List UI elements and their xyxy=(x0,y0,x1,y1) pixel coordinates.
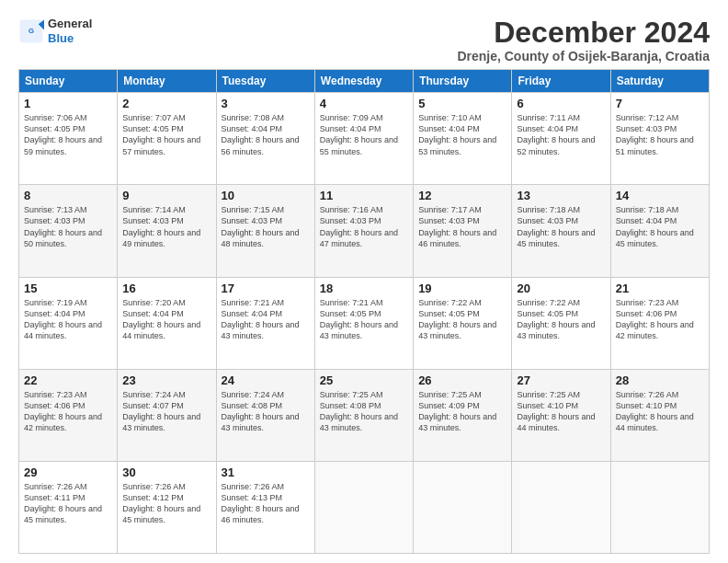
day-cell: 4Sunrise: 7:09 AM Sunset: 4:04 PM Daylig… xyxy=(314,93,413,185)
day-cell: 31Sunrise: 7:26 AM Sunset: 4:13 PM Dayli… xyxy=(216,461,314,553)
day-cell: 5Sunrise: 7:10 AM Sunset: 4:04 PM Daylig… xyxy=(414,93,512,185)
day-cell: 29Sunrise: 7:26 AM Sunset: 4:11 PM Dayli… xyxy=(19,461,118,553)
day-cell: 8Sunrise: 7:13 AM Sunset: 4:03 PM Daylig… xyxy=(19,185,118,277)
weekday-monday: Monday xyxy=(118,70,216,93)
day-cell: 7Sunrise: 7:12 AM Sunset: 4:03 PM Daylig… xyxy=(610,93,709,185)
day-number: 19 xyxy=(418,282,506,295)
day-cell: 30Sunrise: 7:26 AM Sunset: 4:12 PM Dayli… xyxy=(118,461,216,553)
day-cell: 2Sunrise: 7:07 AM Sunset: 4:05 PM Daylig… xyxy=(118,93,216,185)
day-cell xyxy=(314,461,413,553)
day-info: Sunrise: 7:21 AM Sunset: 4:05 PM Dayligh… xyxy=(320,297,408,342)
location-title: Drenje, County of Osijek-Baranja, Croati… xyxy=(457,49,710,63)
month-title: December 2024 xyxy=(457,17,710,49)
day-cell: 27Sunrise: 7:25 AM Sunset: 4:10 PM Dayli… xyxy=(512,369,610,461)
day-number: 7 xyxy=(616,97,704,110)
day-number: 6 xyxy=(517,97,605,110)
day-cell: 15Sunrise: 7:19 AM Sunset: 4:04 PM Dayli… xyxy=(19,277,118,369)
day-info: Sunrise: 7:26 AM Sunset: 4:11 PM Dayligh… xyxy=(24,481,112,526)
day-cell: 19Sunrise: 7:22 AM Sunset: 4:05 PM Dayli… xyxy=(414,277,512,369)
day-cell: 13Sunrise: 7:18 AM Sunset: 4:03 PM Dayli… xyxy=(512,185,610,277)
day-cell: 23Sunrise: 7:24 AM Sunset: 4:07 PM Dayli… xyxy=(118,369,216,461)
day-info: Sunrise: 7:26 AM Sunset: 4:13 PM Dayligh… xyxy=(222,481,310,526)
day-number: 27 xyxy=(517,373,605,387)
day-info: Sunrise: 7:15 AM Sunset: 4:03 PM Dayligh… xyxy=(222,204,310,249)
day-cell xyxy=(414,461,512,553)
day-number: 14 xyxy=(616,189,704,202)
day-cell: 26Sunrise: 7:25 AM Sunset: 4:09 PM Dayli… xyxy=(414,369,512,461)
day-info: Sunrise: 7:22 AM Sunset: 4:05 PM Dayligh… xyxy=(418,297,506,342)
day-number: 17 xyxy=(222,282,310,295)
day-number: 3 xyxy=(222,97,310,110)
day-number: 8 xyxy=(24,189,112,202)
logo-line1: General xyxy=(48,17,92,31)
weekday-saturday: Saturday xyxy=(610,70,709,93)
day-info: Sunrise: 7:11 AM Sunset: 4:04 PM Dayligh… xyxy=(517,112,605,157)
day-info: Sunrise: 7:14 AM Sunset: 4:03 PM Dayligh… xyxy=(122,204,210,249)
day-number: 28 xyxy=(616,373,704,387)
day-number: 20 xyxy=(517,282,605,295)
day-cell xyxy=(610,461,709,553)
calendar-table: SundayMondayTuesdayWednesdayThursdayFrid… xyxy=(18,69,710,554)
day-info: Sunrise: 7:17 AM Sunset: 4:03 PM Dayligh… xyxy=(418,204,506,249)
day-info: Sunrise: 7:24 AM Sunset: 4:08 PM Dayligh… xyxy=(222,389,310,434)
day-number: 22 xyxy=(24,373,112,387)
day-number: 24 xyxy=(222,373,310,387)
weekday-thursday: Thursday xyxy=(414,70,512,93)
day-cell: 1Sunrise: 7:06 AM Sunset: 4:05 PM Daylig… xyxy=(19,93,118,185)
day-number: 30 xyxy=(122,465,210,479)
day-number: 13 xyxy=(517,189,605,202)
day-info: Sunrise: 7:08 AM Sunset: 4:04 PM Dayligh… xyxy=(222,112,310,157)
day-cell: 12Sunrise: 7:17 AM Sunset: 4:03 PM Dayli… xyxy=(414,185,512,277)
day-info: Sunrise: 7:26 AM Sunset: 4:10 PM Dayligh… xyxy=(616,389,704,434)
week-row-1: 1Sunrise: 7:06 AM Sunset: 4:05 PM Daylig… xyxy=(19,93,710,185)
day-number: 12 xyxy=(418,189,506,202)
title-block: December 2024 Drenje, County of Osijek-B… xyxy=(457,17,710,63)
day-cell: 11Sunrise: 7:16 AM Sunset: 4:03 PM Dayli… xyxy=(314,185,413,277)
day-cell: 25Sunrise: 7:25 AM Sunset: 4:08 PM Dayli… xyxy=(314,369,413,461)
day-info: Sunrise: 7:25 AM Sunset: 4:08 PM Dayligh… xyxy=(320,389,408,434)
weekday-wednesday: Wednesday xyxy=(314,70,413,93)
day-number: 4 xyxy=(320,97,408,110)
day-info: Sunrise: 7:23 AM Sunset: 4:06 PM Dayligh… xyxy=(24,389,112,434)
day-info: Sunrise: 7:25 AM Sunset: 4:10 PM Dayligh… xyxy=(517,389,605,434)
weekday-tuesday: Tuesday xyxy=(216,70,314,93)
day-cell: 16Sunrise: 7:20 AM Sunset: 4:04 PM Dayli… xyxy=(118,277,216,369)
day-info: Sunrise: 7:26 AM Sunset: 4:12 PM Dayligh… xyxy=(122,481,210,526)
day-cell: 14Sunrise: 7:18 AM Sunset: 4:04 PM Dayli… xyxy=(610,185,709,277)
day-cell: 18Sunrise: 7:21 AM Sunset: 4:05 PM Dayli… xyxy=(314,277,413,369)
day-info: Sunrise: 7:09 AM Sunset: 4:04 PM Dayligh… xyxy=(320,112,408,157)
day-cell: 28Sunrise: 7:26 AM Sunset: 4:10 PM Dayli… xyxy=(610,369,709,461)
day-info: Sunrise: 7:10 AM Sunset: 4:04 PM Dayligh… xyxy=(418,112,506,157)
svg-text:G: G xyxy=(28,27,34,35)
day-number: 21 xyxy=(616,282,704,295)
day-info: Sunrise: 7:12 AM Sunset: 4:03 PM Dayligh… xyxy=(616,112,704,157)
day-number: 9 xyxy=(122,189,210,202)
calendar-page: G General Blue December 2024 Drenje, Cou… xyxy=(0,0,728,563)
day-cell: 17Sunrise: 7:21 AM Sunset: 4:04 PM Dayli… xyxy=(216,277,314,369)
week-row-2: 8Sunrise: 7:13 AM Sunset: 4:03 PM Daylig… xyxy=(19,185,710,277)
day-info: Sunrise: 7:24 AM Sunset: 4:07 PM Dayligh… xyxy=(122,389,210,434)
header: G General Blue December 2024 Drenje, Cou… xyxy=(18,17,710,63)
day-number: 18 xyxy=(320,282,408,295)
day-info: Sunrise: 7:21 AM Sunset: 4:04 PM Dayligh… xyxy=(222,297,310,342)
weekday-friday: Friday xyxy=(512,70,610,93)
day-info: Sunrise: 7:19 AM Sunset: 4:04 PM Dayligh… xyxy=(24,297,112,342)
weekday-sunday: Sunday xyxy=(19,70,118,93)
day-number: 31 xyxy=(222,465,310,479)
day-cell: 21Sunrise: 7:23 AM Sunset: 4:06 PM Dayli… xyxy=(610,277,709,369)
day-cell: 20Sunrise: 7:22 AM Sunset: 4:05 PM Dayli… xyxy=(512,277,610,369)
day-number: 15 xyxy=(24,282,112,295)
day-number: 5 xyxy=(418,97,506,110)
day-number: 11 xyxy=(320,189,408,202)
day-info: Sunrise: 7:06 AM Sunset: 4:05 PM Dayligh… xyxy=(24,112,112,157)
day-number: 23 xyxy=(122,373,210,387)
day-info: Sunrise: 7:13 AM Sunset: 4:03 PM Dayligh… xyxy=(24,204,112,249)
day-info: Sunrise: 7:22 AM Sunset: 4:05 PM Dayligh… xyxy=(517,297,605,342)
day-info: Sunrise: 7:23 AM Sunset: 4:06 PM Dayligh… xyxy=(616,297,704,342)
day-cell: 6Sunrise: 7:11 AM Sunset: 4:04 PM Daylig… xyxy=(512,93,610,185)
week-row-5: 29Sunrise: 7:26 AM Sunset: 4:11 PM Dayli… xyxy=(19,461,710,553)
day-number: 2 xyxy=(122,97,210,110)
logo: G General Blue xyxy=(18,17,92,45)
day-cell: 10Sunrise: 7:15 AM Sunset: 4:03 PM Dayli… xyxy=(216,185,314,277)
day-cell: 3Sunrise: 7:08 AM Sunset: 4:04 PM Daylig… xyxy=(216,93,314,185)
